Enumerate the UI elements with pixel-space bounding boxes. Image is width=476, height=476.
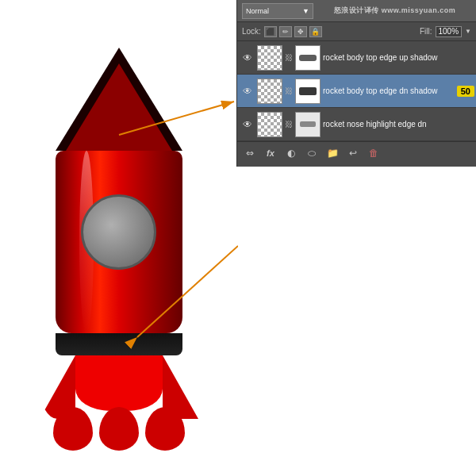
layer-chain-2: ⛓ (285, 86, 293, 95)
layer-visibility-1[interactable]: 👁 (240, 51, 255, 65)
toolbar-link-icon[interactable]: ⇔ (242, 145, 258, 161)
layer-thumb-3 (257, 112, 282, 137)
toolbar-mask-icon[interactable]: ⬭ (304, 145, 320, 161)
blend-mode-dropdown[interactable]: Normal ▼ (242, 3, 313, 19)
fill-arrow[interactable]: ▼ (465, 28, 471, 35)
lock-icon-paint[interactable]: ✏ (279, 26, 292, 37)
layer-chain-1: ⛓ (285, 53, 293, 62)
rocket-body (56, 151, 182, 333)
opacity-badge: 50 (457, 86, 474, 97)
layer-mask-3 (295, 112, 321, 137)
layer-mask-preview-2 (299, 87, 317, 95)
panel-topbar: Normal ▼ 怒浪设计译传 www.missyuan.com (237, 0, 476, 22)
rocket-bump-center (99, 407, 139, 451)
layers-panel: Normal ▼ 怒浪设计译传 www.missyuan.com Lock: ⬛… (236, 0, 476, 167)
layer-name-1: rocket body top edge up shadow (323, 53, 473, 62)
rocket-illustration (40, 48, 198, 451)
toolbar-new-layer-icon[interactable]: ↩ (345, 145, 361, 161)
watermark-text: 怒浪设计译传 www.missyuan.com (318, 6, 471, 16)
layer-mask-preview-1 (299, 55, 317, 61)
layer-mask-2 (295, 79, 321, 104)
rocket-bumps (48, 407, 190, 451)
lock-icon-all[interactable]: 🔒 (309, 26, 322, 37)
layer-list: 👁 ⛓ rocket body top edge up shadow 👁 ⛓ r… (237, 41, 476, 141)
layer-mask-1 (295, 45, 321, 71)
toolbar-group-icon[interactable]: 📁 (324, 145, 340, 161)
blend-mode-arrow: ▼ (302, 7, 309, 15)
layer-thumb-1 (257, 45, 282, 71)
lock-icons-group: ⬛ ✏ ✥ 🔒 (264, 26, 322, 37)
blend-mode-value: Normal (246, 7, 269, 15)
rocket-nose (56, 48, 182, 151)
rocket-exhaust (75, 355, 163, 411)
toolbar-delete-icon[interactable]: 🗑 (366, 145, 382, 161)
layer-row-3[interactable]: 👁 ⛓ rocket nose highlight edge dn (237, 108, 476, 141)
fill-value: 100% (436, 26, 463, 37)
lock-icon-pixels[interactable]: ⬛ (264, 26, 277, 37)
canvas-area (0, 0, 238, 476)
lock-fill-row: Lock: ⬛ ✏ ✥ 🔒 Fill: 100% ▼ (237, 22, 476, 41)
layer-name-2: rocket body top edge dn shadow (323, 86, 473, 95)
panel-toolbar: ⇔ fx ◐ ⬭ 📁 ↩ 🗑 (237, 141, 476, 163)
rocket-porthole (81, 194, 156, 270)
fill-label: Fill: (420, 27, 432, 36)
rocket-bump-right (145, 407, 185, 451)
layer-mask-preview-3 (300, 121, 316, 127)
layer-visibility-2[interactable]: 👁 (240, 84, 255, 98)
layer-chain-3: ⛓ (285, 120, 293, 129)
toolbar-adjustment-icon[interactable]: ◐ (283, 145, 299, 161)
rocket-bottom (40, 355, 198, 451)
layer-thumb-2 (257, 79, 282, 104)
rocket-bump-left (53, 407, 93, 451)
toolbar-fx-icon[interactable]: fx (263, 145, 278, 161)
rocket-base-ring (56, 333, 182, 355)
layer-name-3: rocket nose highlight edge dn (323, 120, 473, 129)
lock-icon-move[interactable]: ✥ (294, 26, 307, 37)
layer-visibility-3[interactable]: 👁 (240, 117, 255, 132)
layer-row-1[interactable]: 👁 ⛓ rocket body top edge up shadow (237, 41, 476, 75)
layer-row-2[interactable]: 👁 ⛓ rocket body top edge dn shadow 50 (237, 75, 476, 108)
lock-label: Lock: (242, 27, 261, 36)
